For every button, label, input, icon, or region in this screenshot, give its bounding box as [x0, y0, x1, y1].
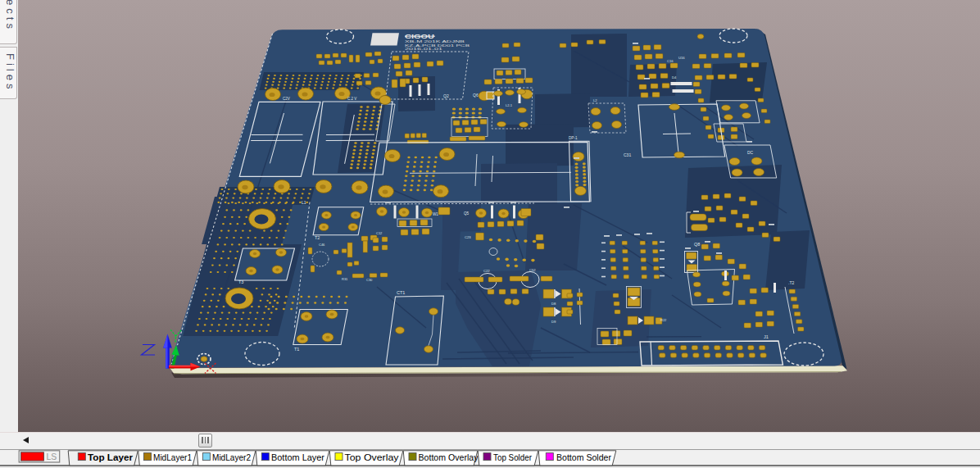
svg-text:J1: J1	[764, 334, 769, 339]
svg-text:LS: LS	[47, 452, 57, 461]
svg-text:C16: C16	[667, 59, 674, 63]
svg-text:Bottom Layer: Bottom Layer	[271, 452, 324, 462]
svg-text:.T2: .T2	[788, 280, 794, 285]
svg-text:2016-01-01: 2016-01-01	[405, 47, 444, 51]
svg-text:C31: C31	[624, 152, 631, 157]
svg-text:C.2 V: C.2 V	[347, 97, 356, 101]
svg-text:C30: C30	[366, 278, 373, 282]
svg-text:C23: C23	[465, 235, 471, 239]
svg-text:W1: W1	[433, 212, 438, 216]
svg-text:Bottom Solder: Bottom Solder	[556, 452, 611, 462]
svg-text:DC: DC	[747, 150, 754, 155]
svg-text:T2: T2	[315, 235, 320, 240]
svg-text:C22: C22	[483, 269, 490, 273]
svg-text:L2: L2	[593, 98, 597, 102]
svg-text:Top Overlay: Top Overlay	[345, 452, 400, 462]
svg-text:D4: D4	[672, 75, 677, 80]
svg-text:T1: T1	[294, 347, 299, 352]
svg-text:L1: L1	[302, 200, 306, 205]
svg-text:Q6: Q6	[473, 93, 479, 98]
svg-text:Top Solder: Top Solder	[493, 452, 532, 462]
svg-text:C12: C12	[376, 231, 383, 235]
svg-text:D8: D8	[551, 302, 556, 306]
svg-text:C46: C46	[319, 243, 325, 247]
svg-text:Bottom Overlay: Bottom Overlay	[419, 452, 479, 462]
svg-text:C2V: C2V	[283, 97, 290, 101]
svg-text:U16: U16	[678, 56, 685, 60]
svg-text:Q8: Q8	[694, 242, 700, 247]
svg-text:R22: R22	[660, 318, 667, 322]
svg-text:L2-1: L2-1	[506, 103, 513, 107]
svg-text:Q2: Q2	[443, 93, 449, 98]
svg-text:T3: T3	[238, 279, 243, 284]
svg-text:Top Layer: Top Layer	[88, 452, 134, 462]
svg-text:CT1: CT1	[397, 290, 405, 295]
svg-text:R31: R31	[342, 277, 348, 281]
svg-text:MidLayer1: MidLayer1	[153, 452, 192, 462]
svg-text:DP-1: DP-1	[569, 136, 578, 140]
svg-text:D9: D9	[551, 320, 556, 324]
svg-text:MidLayer2: MidLayer2	[212, 452, 251, 462]
svg-text:Q5: Q5	[464, 211, 470, 216]
